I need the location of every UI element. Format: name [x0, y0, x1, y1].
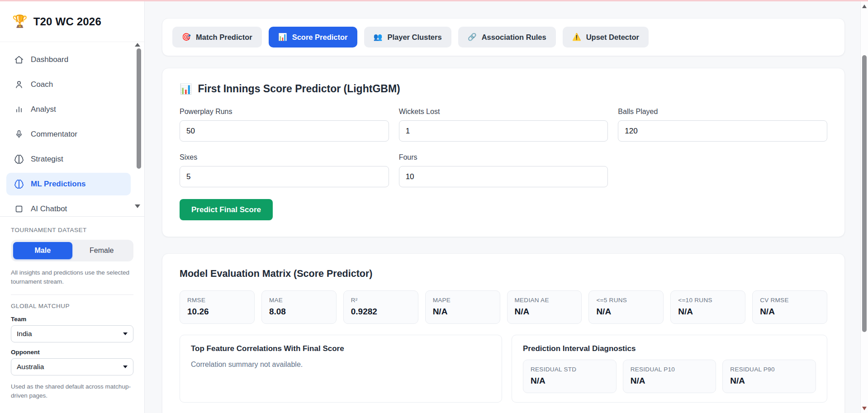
predict-final-score-button[interactable]: Predict Final Score — [180, 199, 273, 220]
sidebar-item-commentator[interactable]: Commentator — [6, 123, 131, 146]
metric-label: MAPE — [433, 297, 493, 304]
metric-value: N/A — [678, 307, 738, 317]
sidebar-footer: TOURNAMENT DATASET Male Female All insig… — [0, 216, 144, 400]
metric-tile-le10-runs: <=10 RUNS N/A — [670, 290, 745, 324]
app-title: T20 WC 2026 — [33, 15, 101, 28]
scrollbar-down-arrow[interactable] — [862, 407, 867, 410]
sidebar: 🏆 T20 WC 2026 Dashboard Coach Analyst — [0, 1, 145, 413]
home-icon — [14, 55, 24, 65]
bar-chart-emoji-icon: 📊 — [180, 83, 192, 95]
diag-tile-residual-p10: RESIDUAL P10 N/A — [623, 360, 716, 393]
wickets-lost-input[interactable] — [399, 120, 608, 142]
sidebar-item-ml-predictions[interactable]: ML Predictions — [6, 173, 131, 195]
wickets-lost-field: Wickets Lost — [399, 108, 608, 142]
metric-label: MEDIAN AE — [515, 297, 574, 304]
tab-score-predictor[interactable]: 📊 Score Predictor — [269, 27, 357, 47]
team-label: Team — [11, 316, 133, 323]
dataset-note: All insights and predictions use the sel… — [11, 268, 133, 287]
metric-tile-mape: MAPE N/A — [425, 290, 500, 324]
tab-upset-detector[interactable]: ⚠️ Upset Detector — [563, 27, 649, 47]
fours-field: Fours — [399, 153, 608, 187]
fours-label: Fours — [399, 153, 608, 161]
sixes-label: Sixes — [180, 153, 389, 161]
page-scrollbar[interactable] — [860, 0, 868, 413]
sidebar-scrollbar-up-arrow[interactable] — [135, 43, 140, 47]
sidebar-item-ai-chatbot[interactable]: AI Chatbot — [6, 198, 131, 216]
metric-value: N/A — [631, 376, 709, 386]
metric-tile-cv-rmse: CV RMSE N/A — [752, 290, 827, 324]
bar-chart-icon — [14, 104, 24, 114]
score-predictor-card: 📊 First Innings Score Predictor (LightGB… — [162, 68, 845, 237]
diag-tile-residual-std: RESIDUAL STD N/A — [523, 360, 617, 393]
powerplay-runs-input[interactable] — [180, 120, 389, 142]
evaluation-card-title: Model Evaluation Matrix (Score Predictor… — [180, 268, 827, 280]
tab-label: Match Predictor — [196, 33, 252, 42]
powerplay-runs-label: Powerplay Runs — [180, 108, 389, 116]
app-brand: 🏆 T20 WC 2026 — [0, 1, 144, 42]
predictor-form: Powerplay Runs Wickets Lost Balls Played… — [180, 108, 827, 187]
fours-input[interactable] — [399, 166, 608, 187]
metric-value: 8.08 — [269, 307, 329, 317]
sidebar-item-label: Coach — [31, 80, 53, 89]
user-icon — [14, 80, 24, 90]
sidebar-item-dashboard[interactable]: Dashboard — [6, 48, 131, 71]
metric-label: RESIDUAL STD — [531, 366, 609, 373]
sidebar-item-label: ML Predictions — [31, 180, 86, 189]
sidebar-item-label: Commentator — [31, 130, 77, 139]
main-content: 🎯 Match Predictor 📊 Score Predictor 👥 Pl… — [162, 1, 845, 413]
tab-player-clusters[interactable]: 👥 Player Clusters — [364, 27, 451, 47]
tab-label: Score Predictor — [292, 33, 348, 42]
metric-label: R² — [351, 297, 411, 304]
dart-icon: 🎯 — [182, 33, 191, 41]
metric-tile-rmse: RMSE 10.26 — [180, 290, 255, 324]
microphone-icon — [14, 129, 24, 139]
chatbot-icon — [14, 204, 24, 214]
scrollbar-up-arrow[interactable] — [862, 5, 867, 8]
sidebar-item-analyst[interactable]: Analyst — [6, 98, 131, 121]
sidebar-divider — [11, 294, 133, 295]
balls-played-field: Balls Played — [618, 108, 827, 142]
metric-value: 0.9282 — [351, 307, 411, 317]
team-select-wrap: India — [11, 325, 133, 342]
sidebar-nav: Dashboard Coach Analyst Commentator Stra… — [0, 42, 144, 216]
tab-match-predictor[interactable]: 🎯 Match Predictor — [172, 27, 262, 47]
tournament-dataset-heading: TOURNAMENT DATASET — [11, 227, 133, 233]
model-evaluation-card: Model Evaluation Matrix (Score Predictor… — [162, 253, 845, 413]
sidebar-item-coach[interactable]: Coach — [6, 73, 131, 96]
opponent-label: Opponent — [11, 349, 133, 356]
sidebar-item-strategist[interactable]: Strategist — [6, 148, 131, 171]
metric-value: 10.26 — [187, 307, 247, 317]
powerplay-runs-field: Powerplay Runs — [180, 108, 389, 142]
correlation-empty-text: Correlation summary not available. — [191, 361, 491, 369]
predictor-card-title-text: First Innings Score Predictor (LightGBM) — [198, 83, 400, 95]
tab-bar: 🎯 Match Predictor 📊 Score Predictor 👥 Pl… — [162, 18, 845, 56]
metric-label: MAE — [269, 297, 329, 304]
feature-correlations-panel: Top Feature Correlations With Final Scor… — [180, 335, 502, 403]
tab-label: Player Clusters — [388, 33, 442, 42]
opponent-select[interactable]: Australia — [11, 358, 133, 375]
warning-icon: ⚠️ — [572, 33, 581, 41]
sidebar-scrollbar-thumb[interactable] — [137, 48, 141, 169]
scrollbar-thumb[interactable] — [862, 55, 867, 332]
feature-correlations-title: Top Feature Correlations With Final Scor… — [191, 344, 491, 353]
metric-value: N/A — [515, 307, 574, 317]
metric-tile-r2: R² 0.9282 — [343, 290, 418, 324]
metric-tile-mae: MAE 8.08 — [261, 290, 337, 324]
prediction-interval-title: Prediction Interval Diagnostics — [523, 344, 816, 353]
sixes-input[interactable] — [180, 166, 389, 187]
sixes-field: Sixes — [180, 153, 389, 187]
metric-label: <=10 RUNS — [678, 297, 738, 304]
prediction-interval-panel: Prediction Interval Diagnostics RESIDUAL… — [512, 335, 827, 403]
sidebar-scrollbar-down-arrow[interactable] — [135, 204, 140, 208]
team-select[interactable]: India — [11, 325, 133, 342]
metric-label: RMSE — [187, 297, 247, 304]
metric-value: N/A — [433, 307, 493, 317]
tab-association-rules[interactable]: 🔗 Association Rules — [458, 27, 556, 47]
metric-value: N/A — [760, 307, 820, 317]
dataset-male-button[interactable]: Male — [13, 242, 72, 259]
trophy-icon: 🏆 — [12, 15, 28, 28]
metric-value: N/A — [531, 376, 609, 386]
balls-played-input[interactable] — [618, 120, 827, 142]
top-accent-line — [0, 0, 868, 1]
dataset-female-button[interactable]: Female — [72, 242, 132, 259]
